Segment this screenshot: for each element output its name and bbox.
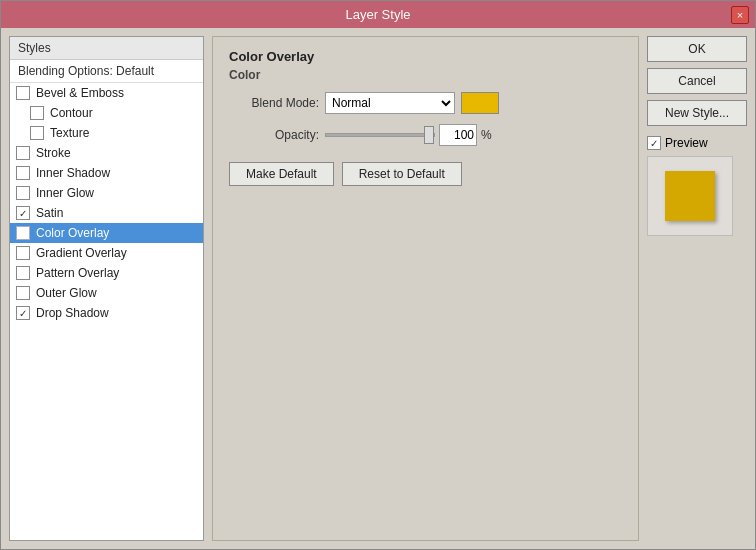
opacity-row: Opacity: % bbox=[229, 124, 622, 146]
sub-section-title: Color bbox=[229, 68, 622, 82]
title-bar: Layer Style × bbox=[1, 1, 755, 28]
layer-list: Bevel & EmbossContourTextureStrokeInner … bbox=[10, 83, 203, 540]
opacity-input[interactable] bbox=[439, 124, 477, 146]
new-style-button[interactable]: New Style... bbox=[647, 100, 747, 126]
layer-label-gradient-overlay: Gradient Overlay bbox=[36, 246, 127, 260]
make-default-button[interactable]: Make Default bbox=[229, 162, 334, 186]
checkbox-gradient-overlay[interactable] bbox=[16, 246, 30, 260]
layer-item-outer-glow[interactable]: Outer Glow bbox=[10, 283, 203, 303]
layer-label-outer-glow: Outer Glow bbox=[36, 286, 97, 300]
layer-item-bevel-emboss[interactable]: Bevel & Emboss bbox=[10, 83, 203, 103]
opacity-slider-container: % bbox=[325, 124, 492, 146]
checkbox-outer-glow[interactable] bbox=[16, 286, 30, 300]
main-content: Color Overlay Color Blend Mode: NormalDi… bbox=[212, 36, 639, 541]
layer-label-pattern-overlay: Pattern Overlay bbox=[36, 266, 119, 280]
styles-header[interactable]: Styles bbox=[10, 37, 203, 60]
checkbox-inner-glow[interactable] bbox=[16, 186, 30, 200]
layer-label-texture: Texture bbox=[50, 126, 89, 140]
reset-default-button[interactable]: Reset to Default bbox=[342, 162, 462, 186]
opacity-label: Opacity: bbox=[229, 128, 319, 142]
blend-mode-select[interactable]: NormalDissolveMultiplyScreenOverlayDarke… bbox=[325, 92, 455, 114]
preview-box bbox=[647, 156, 733, 236]
layer-label-satin: Satin bbox=[36, 206, 63, 220]
layer-item-satin[interactable]: Satin bbox=[10, 203, 203, 223]
button-row: Make Default Reset to Default bbox=[229, 162, 622, 186]
layer-label-drop-shadow: Drop Shadow bbox=[36, 306, 109, 320]
layer-label-bevel-emboss: Bevel & Emboss bbox=[36, 86, 124, 100]
blending-options-item[interactable]: Blending Options: Default bbox=[10, 60, 203, 83]
layer-label-color-overlay: Color Overlay bbox=[36, 226, 109, 240]
content-panel: Color Overlay Color Blend Mode: NormalDi… bbox=[212, 36, 639, 541]
percent-label: % bbox=[481, 128, 492, 142]
checkbox-bevel-emboss[interactable] bbox=[16, 86, 30, 100]
layer-item-drop-shadow[interactable]: Drop Shadow bbox=[10, 303, 203, 323]
checkbox-stroke[interactable] bbox=[16, 146, 30, 160]
layer-item-color-overlay[interactable]: Color Overlay bbox=[10, 223, 203, 243]
checkbox-drop-shadow[interactable] bbox=[16, 306, 30, 320]
layer-style-window: Layer Style × Styles Blending Options: D… bbox=[0, 0, 756, 550]
layer-label-inner-glow: Inner Glow bbox=[36, 186, 94, 200]
checkbox-color-overlay[interactable] bbox=[16, 226, 30, 240]
layer-item-gradient-overlay[interactable]: Gradient Overlay bbox=[10, 243, 203, 263]
layer-item-inner-shadow[interactable]: Inner Shadow bbox=[10, 163, 203, 183]
preview-checkbox[interactable]: ✓ bbox=[647, 136, 661, 150]
preview-label-row: ✓ Preview bbox=[647, 136, 708, 150]
checkbox-inner-shadow[interactable] bbox=[16, 166, 30, 180]
preview-section: ✓ Preview bbox=[647, 136, 747, 236]
layer-item-inner-glow[interactable]: Inner Glow bbox=[10, 183, 203, 203]
opacity-slider[interactable] bbox=[325, 133, 435, 137]
layer-item-stroke[interactable]: Stroke bbox=[10, 143, 203, 163]
layer-label-inner-shadow: Inner Shadow bbox=[36, 166, 110, 180]
ok-button[interactable]: OK bbox=[647, 36, 747, 62]
section-title: Color Overlay bbox=[229, 49, 622, 64]
layer-label-contour: Contour bbox=[50, 106, 93, 120]
checkbox-satin[interactable] bbox=[16, 206, 30, 220]
window-title: Layer Style bbox=[345, 7, 410, 22]
layer-item-pattern-overlay[interactable]: Pattern Overlay bbox=[10, 263, 203, 283]
close-button[interactable]: × bbox=[731, 6, 749, 24]
checkbox-contour[interactable] bbox=[30, 106, 44, 120]
layer-label-stroke: Stroke bbox=[36, 146, 71, 160]
color-swatch[interactable] bbox=[461, 92, 499, 114]
preview-label: Preview bbox=[665, 136, 708, 150]
blend-mode-label: Blend Mode: bbox=[229, 96, 319, 110]
preview-inner bbox=[665, 171, 715, 221]
left-panel: Styles Blending Options: Default Bevel &… bbox=[9, 36, 204, 541]
right-panel: OK Cancel New Style... ✓ Preview bbox=[647, 36, 747, 541]
window-body: Styles Blending Options: Default Bevel &… bbox=[1, 28, 755, 549]
checkbox-pattern-overlay[interactable] bbox=[16, 266, 30, 280]
layer-item-texture[interactable]: Texture bbox=[10, 123, 203, 143]
layer-item-contour[interactable]: Contour bbox=[10, 103, 203, 123]
checkbox-texture[interactable] bbox=[30, 126, 44, 140]
cancel-button[interactable]: Cancel bbox=[647, 68, 747, 94]
blend-mode-row: Blend Mode: NormalDissolveMultiplyScreen… bbox=[229, 92, 622, 114]
